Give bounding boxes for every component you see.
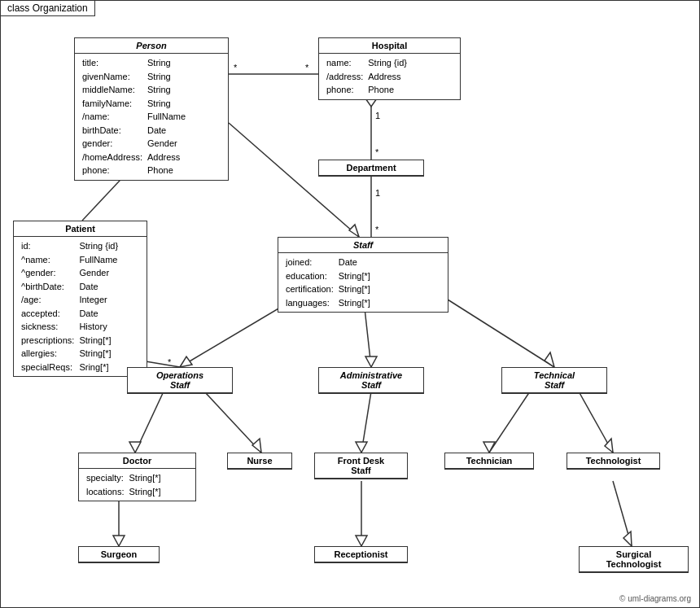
- nurse-class: Nurse: [227, 453, 292, 470]
- operations-staff-header: OperationsStaff: [128, 368, 232, 393]
- technical-staff-class: TechnicalStaff: [501, 367, 607, 394]
- staff-header: Staff: [278, 238, 448, 253]
- diagram-container: class Organization * * 1 * 1 * * *: [0, 0, 700, 608]
- svg-marker-36: [356, 536, 367, 546]
- front-desk-staff-class: Front DeskStaff: [314, 453, 408, 479]
- svg-line-29: [489, 391, 530, 453]
- svg-marker-20: [365, 356, 377, 367]
- copyright: © uml-diagrams.org: [619, 594, 691, 603]
- technician-header: Technician: [445, 453, 533, 469]
- svg-marker-32: [605, 439, 613, 453]
- svg-text:*: *: [375, 225, 379, 234]
- svg-marker-28: [356, 442, 367, 453]
- receptionist-header: Receptionist: [315, 547, 407, 562]
- patient-header: Patient: [14, 221, 147, 237]
- patient-body: id:String {id} ^name:FullName ^gender:Ge…: [14, 237, 147, 376]
- svg-marker-22: [545, 352, 554, 367]
- front-desk-staff-header: Front DeskStaff: [315, 453, 407, 479]
- patient-class: Patient id:String {id} ^name:FullName ^g…: [13, 221, 147, 377]
- svg-text:*: *: [305, 63, 309, 72]
- svg-line-37: [613, 481, 632, 546]
- nurse-header: Nurse: [228, 453, 291, 469]
- receptionist-class: Receptionist: [314, 546, 408, 563]
- doctor-body: specialty:String[*] locations:String[*]: [79, 469, 195, 501]
- person-class: Person title:String givenName:String mid…: [74, 37, 229, 181]
- surgical-technologist-header: SurgicalTechnologist: [580, 547, 688, 572]
- person-body: title:String givenName:String middleName…: [75, 54, 228, 180]
- svg-line-31: [579, 391, 613, 453]
- svg-text:*: *: [375, 147, 379, 157]
- staff-body: joined:Date education:String[*] certific…: [278, 253, 448, 312]
- technologist-header: Technologist: [567, 453, 659, 469]
- svg-marker-38: [623, 531, 632, 546]
- svg-text:1: 1: [375, 111, 380, 120]
- doctor-header: Doctor: [79, 453, 195, 469]
- svg-line-21: [432, 290, 554, 367]
- staff-class: Staff joined:Date education:String[*] ce…: [278, 237, 448, 313]
- administrative-staff-class: AdministrativeStaff: [318, 367, 424, 394]
- svg-line-12: [229, 123, 359, 237]
- svg-marker-30: [483, 442, 495, 453]
- technical-staff-header: TechnicalStaff: [502, 368, 606, 393]
- technologist-class: Technologist: [567, 453, 660, 470]
- svg-marker-26: [252, 439, 261, 453]
- svg-text:*: *: [168, 357, 172, 367]
- svg-marker-34: [113, 536, 125, 546]
- doctor-class: Doctor specialty:String[*] locations:Str…: [78, 453, 196, 501]
- svg-text:1: 1: [375, 188, 380, 198]
- svg-marker-24: [129, 442, 141, 453]
- technician-class: Technician: [444, 453, 534, 470]
- svg-line-27: [361, 391, 371, 453]
- svg-line-25: [204, 391, 261, 453]
- hospital-body: name:String {id} /address:Address phone:…: [319, 54, 460, 99]
- surgeon-header: Surgeon: [79, 547, 159, 562]
- department-class: Department: [318, 160, 424, 177]
- svg-marker-13: [349, 225, 359, 237]
- operations-staff-class: OperationsStaff: [127, 367, 233, 394]
- person-header: Person: [75, 38, 228, 54]
- surgical-technologist-class: SurgicalTechnologist: [579, 546, 689, 573]
- svg-marker-18: [180, 356, 192, 367]
- surgeon-class: Surgeon: [78, 546, 160, 563]
- administrative-staff-header: AdministrativeStaff: [319, 368, 423, 393]
- diagram-title: class Organization: [1, 1, 95, 16]
- hospital-class: Hospital name:String {id} /address:Addre…: [318, 37, 461, 100]
- hospital-header: Hospital: [319, 38, 460, 54]
- svg-line-23: [135, 391, 164, 453]
- department-header: Department: [319, 160, 423, 176]
- svg-text:*: *: [234, 63, 238, 72]
